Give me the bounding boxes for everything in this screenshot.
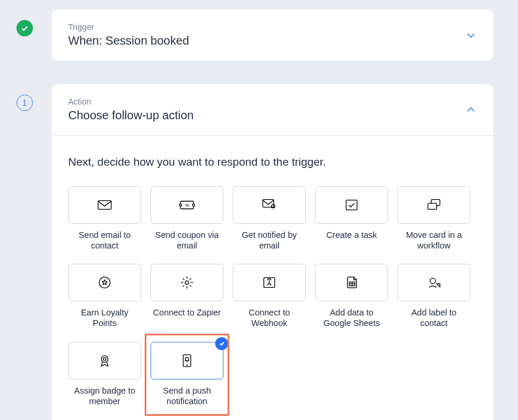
task-icon <box>343 197 360 213</box>
option-box <box>151 342 223 379</box>
option-box <box>151 264 223 301</box>
option-box <box>315 186 388 224</box>
option-label: Connect to Webhook <box>233 307 306 328</box>
option-box <box>151 186 223 224</box>
action-option-google-sheets[interactable]: Add data to Google Sheets <box>315 264 388 328</box>
action-options-grid: Send email to contactSend coupon via ema… <box>68 186 477 406</box>
option-label: Connect to Zapier <box>153 307 220 318</box>
action-option-add-label[interactable]: Add label to contact <box>397 264 470 328</box>
option-box <box>68 186 141 224</box>
action-step-number: 1 <box>22 98 27 107</box>
option-label: Add label to contact <box>397 307 470 328</box>
option-label: Get notified by email <box>233 230 306 251</box>
action-option-webhook[interactable]: Connect to Webhook <box>233 264 306 328</box>
action-option-push-notification[interactable]: Send a push notification <box>151 342 223 406</box>
trigger-title: When: Session booked <box>68 34 189 48</box>
action-option-earn-points[interactable]: Earn Loyalty Points <box>68 264 141 328</box>
action-option-send-email[interactable]: Send email to contact <box>68 186 141 251</box>
action-step-indicator: 1 <box>16 95 33 111</box>
chevron-down-icon <box>465 29 477 41</box>
action-eyebrow: Action <box>68 97 193 106</box>
option-label: Move card in a workflow <box>397 230 470 251</box>
option-box <box>397 264 470 301</box>
check-icon <box>21 24 29 32</box>
chevron-up-icon <box>465 104 477 116</box>
cards-icon <box>425 197 443 213</box>
action-body: Next, decide how you want to respond to … <box>52 136 493 420</box>
action-prompt: Next, decide how you want to respond to … <box>68 156 477 169</box>
trigger-complete-indicator <box>16 20 33 36</box>
option-label: Send email to contact <box>68 230 141 251</box>
trigger-eyebrow: Trigger <box>68 22 189 32</box>
option-label: Send a push notification <box>151 385 223 406</box>
check-icon <box>219 340 225 347</box>
option-label: Send coupon via email <box>151 230 223 251</box>
trigger-header[interactable]: Trigger When: Session booked <box>52 9 493 61</box>
action-option-assign-badge[interactable]: Assign badge to member <box>68 342 141 406</box>
action-option-zapier[interactable]: Connect to Zapier <box>151 264 223 328</box>
label-contact-icon <box>425 275 443 290</box>
action-option-notify-email[interactable]: Get notified by email <box>233 186 306 251</box>
action-card: Action Choose follow-up action Next, dec… <box>52 84 493 420</box>
option-box <box>315 264 388 301</box>
badge-icon <box>96 353 113 368</box>
webhook-icon <box>260 275 278 290</box>
envelope-bell-icon <box>260 197 278 213</box>
option-box <box>233 186 306 224</box>
gear-icon <box>178 275 196 290</box>
action-option-create-task[interactable]: Create a task <box>315 186 388 251</box>
option-label: Earn Loyalty Points <box>68 307 141 328</box>
action-title: Choose follow-up action <box>68 109 193 122</box>
envelope-icon <box>96 197 113 213</box>
option-label: Create a task <box>326 230 377 240</box>
option-box <box>68 264 141 301</box>
option-box <box>68 342 141 379</box>
option-label: Assign badge to member <box>68 385 141 406</box>
coupon-icon <box>178 197 196 213</box>
action-header[interactable]: Action Choose follow-up action <box>52 84 493 135</box>
option-label: Add data to Google Sheets <box>315 307 388 328</box>
phone-bell-icon <box>178 353 196 368</box>
selected-badge <box>215 337 228 350</box>
action-option-send-coupon[interactable]: Send coupon via email <box>151 186 223 251</box>
option-box <box>397 186 470 224</box>
trigger-card: Trigger When: Session booked <box>52 9 493 61</box>
option-box <box>233 264 306 301</box>
sheets-icon <box>343 275 360 290</box>
star-circle-icon <box>96 275 113 290</box>
action-option-move-card[interactable]: Move card in a workflow <box>397 186 470 251</box>
